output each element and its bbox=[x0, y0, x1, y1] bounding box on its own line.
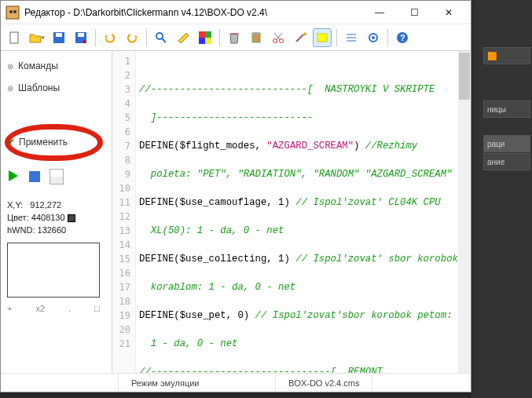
vertical-scrollbar[interactable] bbox=[458, 51, 471, 373]
statusbar: Режим эмуляции BOX-DO v2.4.cms bbox=[1, 373, 471, 392]
scrollbar-thumb[interactable] bbox=[459, 53, 470, 100]
preview-canvas[interactable] bbox=[7, 243, 100, 298]
commands-panel-toggle[interactable]: ⊕ Команды bbox=[7, 57, 105, 75]
apply-label: Применить bbox=[19, 137, 68, 148]
color-label: Цвет: bbox=[7, 213, 29, 222]
xy-label: X,Y: bbox=[7, 200, 23, 210]
svg-rect-3 bbox=[10, 32, 18, 43]
status-mode: Режим эмуляции bbox=[119, 374, 276, 392]
code-text[interactable]: //---------------------------[ NASTROYKI… bbox=[136, 51, 471, 373]
zoom-level: x2 bbox=[36, 304, 46, 313]
play-button[interactable] bbox=[7, 170, 20, 184]
open-file-button[interactable]: ▾ bbox=[28, 28, 46, 47]
save-button[interactable] bbox=[50, 28, 68, 47]
color-swatch bbox=[68, 214, 75, 222]
status-left bbox=[1, 374, 119, 392]
window-title: Редактор - D:\Darkorbit\Clickermann v4.1… bbox=[24, 7, 362, 18]
hwnd-label: hWND: bbox=[7, 225, 35, 235]
stop-button[interactable] bbox=[29, 171, 40, 182]
apply-button[interactable]: ✔ Применить bbox=[7, 133, 105, 152]
svg-point-2 bbox=[13, 10, 17, 13]
preview-controls: + x2 . □ bbox=[7, 304, 100, 313]
info-panel: X,Y: 912,272 Цвет: 4408130 hWND: 132660 bbox=[7, 199, 105, 236]
svg-point-29 bbox=[372, 36, 375, 39]
hwnd-value: 132660 bbox=[38, 225, 67, 235]
chevron-right-icon: ⊕ bbox=[7, 62, 13, 71]
chevron-right-icon: ⊕ bbox=[7, 84, 13, 93]
templates-panel-toggle[interactable]: ⊕ Шаблоны bbox=[7, 79, 105, 97]
svg-line-10 bbox=[162, 38, 166, 42]
svg-point-1 bbox=[9, 10, 13, 13]
titlebar: Редактор - D:\Darkorbit\Clickermann v4.1… bbox=[1, 1, 471, 24]
cut-button[interactable] bbox=[269, 28, 288, 47]
color-value: 4408130 bbox=[31, 213, 65, 222]
save-as-button[interactable]: ● bbox=[72, 28, 90, 47]
toolbar: ▾ ● ✦ ? bbox=[1, 24, 471, 51]
maximize-button[interactable]: ☐ bbox=[397, 1, 431, 24]
svg-rect-12 bbox=[205, 31, 211, 38]
svg-rect-24 bbox=[317, 34, 327, 42]
svg-rect-11 bbox=[199, 31, 205, 38]
svg-rect-14 bbox=[205, 38, 211, 44]
highlight-toggle[interactable] bbox=[313, 28, 332, 47]
new-file-button[interactable] bbox=[6, 28, 24, 47]
bg-remnant-3: ание bbox=[483, 153, 530, 170]
svg-rect-7 bbox=[78, 33, 84, 37]
sidebar: ⊕ Команды ⊕ Шаблоны ✔ Применить X,Y: 912… bbox=[1, 51, 112, 373]
redo-button[interactable] bbox=[123, 28, 141, 47]
background-app: 🟧 ницы раци ание bbox=[471, 0, 532, 398]
svg-point-9 bbox=[156, 33, 163, 39]
preview-dot[interactable]: . bbox=[68, 304, 71, 313]
check-icon: ✔ bbox=[7, 137, 15, 148]
editor-window: Редактор - D:\Darkorbit\Clickermann v4.1… bbox=[0, 0, 471, 393]
zoom-in-button[interactable]: + bbox=[7, 304, 12, 313]
color-picker-button[interactable] bbox=[196, 28, 215, 47]
svg-rect-0 bbox=[6, 6, 19, 19]
ruler-button[interactable] bbox=[174, 28, 193, 47]
list-button[interactable] bbox=[342, 28, 361, 47]
svg-text:?: ? bbox=[400, 33, 405, 42]
svg-rect-17 bbox=[254, 32, 259, 35]
svg-text:●: ● bbox=[83, 38, 86, 44]
app-icon bbox=[6, 5, 20, 20]
templates-label: Шаблоны bbox=[18, 82, 60, 93]
status-file: BOX-DO v2.4.cms bbox=[276, 374, 372, 392]
xy-value: 912,272 bbox=[30, 200, 61, 210]
close-button[interactable]: ✕ bbox=[431, 1, 466, 24]
line-gutter: 123456789101112131415161718192021 bbox=[112, 51, 136, 373]
bg-remnant-1: ницы bbox=[483, 100, 530, 118]
svg-rect-13 bbox=[199, 38, 205, 44]
code-editor[interactable]: 123456789101112131415161718192021 //----… bbox=[112, 51, 471, 373]
minimize-button[interactable]: — bbox=[362, 1, 397, 24]
svg-rect-5 bbox=[56, 33, 62, 37]
undo-button[interactable] bbox=[101, 28, 119, 47]
bg-remnant-2: раци bbox=[483, 135, 530, 152]
svg-text:✦: ✦ bbox=[302, 31, 306, 38]
help-button[interactable]: ? bbox=[393, 28, 412, 47]
delete-button[interactable] bbox=[225, 28, 244, 47]
bg-remnant-icon: 🟧 bbox=[483, 47, 530, 64]
commands-label: Команды bbox=[18, 60, 58, 71]
preview-box-toggle[interactable]: □ bbox=[94, 304, 100, 313]
paste-button[interactable] bbox=[247, 28, 266, 47]
settings-button[interactable] bbox=[364, 28, 383, 47]
log-button[interactable] bbox=[50, 169, 64, 184]
run-controls bbox=[7, 169, 105, 184]
magic-button[interactable]: ✦ bbox=[291, 28, 310, 47]
find-button[interactable] bbox=[152, 28, 171, 47]
